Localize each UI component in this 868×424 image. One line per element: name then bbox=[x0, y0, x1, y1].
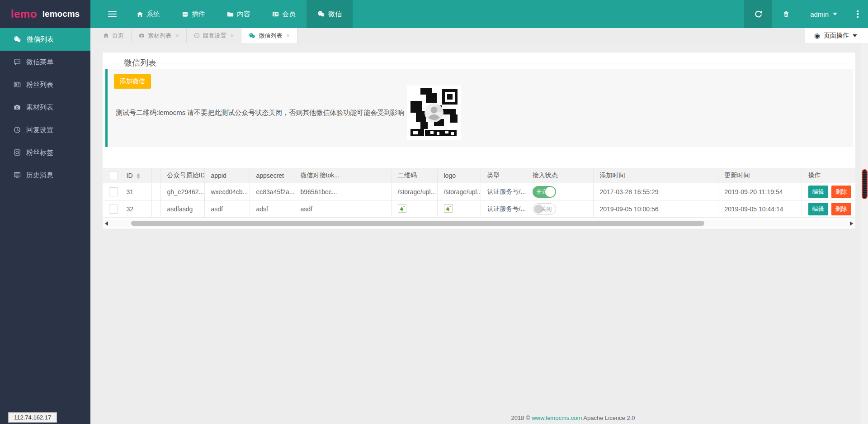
close-icon[interactable]: × bbox=[286, 32, 290, 39]
col-qrcode: 二维码 bbox=[391, 168, 437, 183]
wechat-list-panel: 微信列表 添加微信 测试号二维码:lemocms 请不要把此测试公众号状态关闭，… bbox=[103, 52, 855, 229]
sidebar-item-wechat-list[interactable]: 微信列表 bbox=[0, 28, 90, 51]
col-type: 类型 bbox=[481, 168, 526, 183]
wechat-icon bbox=[317, 10, 325, 18]
col-original-id: 公众号原始ID bbox=[160, 168, 204, 183]
refresh-button[interactable] bbox=[744, 0, 772, 28]
more-options-button[interactable] bbox=[847, 0, 868, 28]
close-icon[interactable]: × bbox=[175, 32, 179, 39]
circle-dot-icon: ◉ bbox=[814, 32, 820, 40]
tab-label: 素材列表 bbox=[148, 32, 171, 40]
col-id[interactable]: ID bbox=[120, 168, 151, 183]
sidebar-item-wechat-menu[interactable]: 微信菜单 bbox=[0, 51, 90, 73]
footer-link[interactable]: www.lemocms.com bbox=[532, 414, 582, 421]
cell-updated: 2019-09-05 10:44:14 bbox=[718, 200, 802, 218]
tab-material-list[interactable]: 素材列表 × bbox=[132, 28, 187, 43]
scroll-left-arrow-icon[interactable] bbox=[105, 221, 108, 226]
camera-icon bbox=[139, 33, 145, 38]
cell-qrcode: /storage/upl... bbox=[391, 183, 437, 200]
nav-item-content[interactable]: 内容 bbox=[216, 0, 261, 28]
sidebar-item-label: 回复设置 bbox=[26, 126, 53, 134]
cell-appid: asdf bbox=[204, 200, 250, 218]
footer-license: Apache Licence 2.0 bbox=[583, 414, 635, 421]
sort-icon[interactable] bbox=[137, 173, 140, 179]
broken-image-icon bbox=[398, 204, 406, 213]
cell-logo: /storage/upl... bbox=[437, 183, 481, 200]
scroll-right-arrow-icon[interactable] bbox=[850, 221, 853, 226]
table-header-row: ID 公众号原始ID appid appsecret 微信对接tok... 二维… bbox=[103, 168, 855, 183]
qr-code-image bbox=[407, 86, 461, 140]
delete-button[interactable]: 删除 bbox=[831, 186, 851, 198]
folder-icon bbox=[227, 11, 234, 18]
nav-item-wechat[interactable]: 微信 bbox=[307, 0, 353, 28]
footer-copyright: 2018 © bbox=[511, 414, 530, 421]
nav-item-label: 内容 bbox=[237, 10, 250, 19]
plugin-icon bbox=[182, 11, 189, 18]
sidebar-item-material-list[interactable]: 素材列表 bbox=[0, 96, 90, 119]
col-appid: appid bbox=[204, 168, 250, 183]
sidebar-item-fans-list[interactable]: 粉丝列表 bbox=[0, 73, 90, 96]
col-select bbox=[103, 168, 120, 183]
row-checkbox[interactable] bbox=[109, 187, 118, 196]
admin-username: admin bbox=[810, 10, 829, 18]
table-row: 31 gh_e29462... wxecd04cb... ec83a45f2a.… bbox=[103, 183, 855, 200]
sidebar-item-history-messages[interactable]: 历史消息 bbox=[0, 164, 90, 186]
sidebar-item-label: 微信菜单 bbox=[26, 58, 53, 67]
edit-button[interactable]: 编辑 bbox=[808, 203, 828, 215]
tab-label: 首页 bbox=[112, 32, 124, 40]
notice-box: 添加微信 测试号二维码:lemocms 请不要把此测试公众号状态关闭，否则其他微… bbox=[105, 69, 853, 147]
nav-item-plugin[interactable]: 插件 bbox=[171, 0, 216, 28]
sidebar-item-fans-tags[interactable]: 粉丝标签 bbox=[0, 141, 90, 164]
col-spacer bbox=[151, 168, 160, 183]
brand-logo: lemo bbox=[11, 8, 37, 20]
status-tooltip: 112.74.162.17 bbox=[8, 412, 57, 423]
sidebar-item-label: 历史消息 bbox=[26, 171, 53, 180]
row-checkbox[interactable] bbox=[109, 205, 118, 214]
main-content: 微信列表 添加微信 测试号二维码:lemocms 请不要把此测试公众号状态关闭，… bbox=[90, 43, 868, 424]
nav-item-label: 会员 bbox=[282, 10, 296, 19]
home-icon bbox=[137, 11, 143, 18]
brand-name: lemocms bbox=[42, 9, 80, 19]
tab-bar: 首页 素材列表 × 回复设置 × 微信列表 × ◉ 页面操作 bbox=[90, 28, 868, 43]
edit-button[interactable]: 编辑 bbox=[808, 186, 828, 198]
admin-menu[interactable]: admin bbox=[800, 0, 847, 28]
col-updated: 更新时间 bbox=[718, 168, 802, 183]
status-toggle[interactable]: 关闭 bbox=[533, 203, 556, 215]
delete-button[interactable]: 删除 bbox=[831, 203, 851, 215]
nav-item-member[interactable]: 会员 bbox=[261, 0, 307, 28]
sidebar-item-label: 粉丝列表 bbox=[26, 81, 53, 89]
camera-icon bbox=[14, 104, 21, 111]
trash-button[interactable] bbox=[772, 0, 800, 28]
col-logo: logo bbox=[437, 168, 481, 183]
cell-created: 2017-03-28 16:55:29 bbox=[593, 183, 718, 200]
nav-item-system[interactable]: 系统 bbox=[126, 0, 171, 28]
brand[interactable]: lemo lemocms bbox=[0, 0, 90, 28]
cell-type: 认证服务号/... bbox=[481, 183, 526, 200]
vertical-scrollbar-thumb[interactable] bbox=[862, 169, 868, 199]
notice-text: 测试号二维码:lemocms 请不要把此测试公众号状态关闭，否则其他微信体验功能… bbox=[116, 109, 404, 117]
page-actions-button[interactable]: ◉ 页面操作 bbox=[805, 28, 868, 43]
cell-id: 31 bbox=[120, 183, 151, 200]
col-token: 微信对接tok... bbox=[294, 168, 391, 183]
tag-icon bbox=[14, 149, 21, 156]
cell-id: 32 bbox=[120, 200, 151, 218]
close-icon[interactable]: × bbox=[231, 32, 234, 39]
select-all-checkbox[interactable] bbox=[109, 171, 118, 180]
clock-icon bbox=[194, 33, 200, 38]
tab-wechat-list[interactable]: 微信列表 × bbox=[241, 28, 297, 43]
tab-home[interactable]: 首页 bbox=[96, 28, 132, 43]
horizontal-scrollbar-thumb[interactable] bbox=[131, 221, 704, 226]
sidebar-item-reply-settings[interactable]: 回复设置 bbox=[0, 119, 90, 141]
sidebar-item-label: 微信列表 bbox=[27, 35, 54, 44]
main-nav: 系统 插件 内容 会员 微信 bbox=[90, 0, 353, 28]
sidebar-toggle-button[interactable] bbox=[99, 0, 126, 28]
vertical-scrollbar[interactable] bbox=[861, 43, 868, 424]
status-toggle[interactable]: 开启 bbox=[533, 186, 556, 198]
cell-updated: 2019-09-20 11:19:54 bbox=[718, 183, 802, 200]
sidebar-item-label: 素材列表 bbox=[26, 103, 53, 112]
top-navbar: lemo lemocms 系统 插件 内容 会员 微信 bbox=[0, 0, 868, 28]
cell-qrcode bbox=[391, 200, 437, 218]
cell-type: 认证服务号/... bbox=[481, 200, 526, 218]
tab-reply-settings[interactable]: 回复设置 × bbox=[187, 28, 242, 43]
horizontal-scrollbar[interactable] bbox=[103, 219, 855, 227]
